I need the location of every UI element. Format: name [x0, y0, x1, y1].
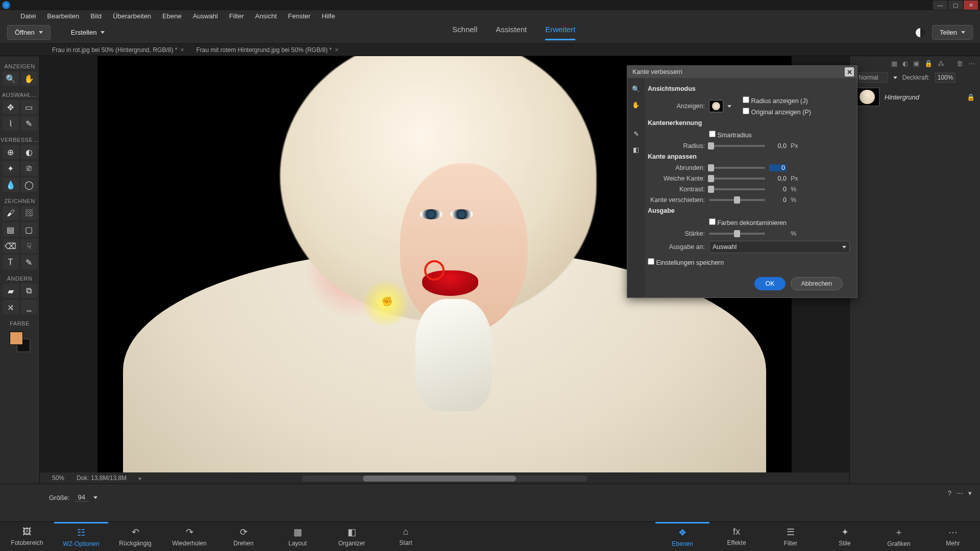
bb-home[interactable]: ⌂Start: [379, 522, 433, 551]
refine-brush-tool[interactable]: ✎: [633, 130, 639, 138]
tab-erweitert[interactable]: Erweitert: [545, 25, 575, 40]
close-icon[interactable]: ×: [335, 46, 338, 54]
bb-stile[interactable]: ✦Stile: [818, 522, 872, 551]
bb-mehr[interactable]: ⋯Mehr: [926, 522, 980, 551]
sponge-tool[interactable]: ◯: [21, 178, 37, 192]
radius-value[interactable]: 0,0: [769, 142, 787, 149]
quick-select-tool[interactable]: ✎: [21, 116, 37, 131]
menu-bearbeiten[interactable]: Bearbeiten: [47, 12, 79, 20]
window-maximize-button[interactable]: ▢: [948, 1, 963, 10]
ok-button[interactable]: OK: [754, 277, 785, 290]
bb-wz-optionen[interactable]: ☷WZ-Optionen: [54, 522, 108, 551]
gradient-tool[interactable]: ▤: [3, 222, 19, 237]
adjustment-icon[interactable]: ◐: [902, 60, 908, 67]
window-close-button[interactable]: ✕: [964, 1, 978, 10]
pencil-tool[interactable]: ✎: [21, 255, 37, 269]
show-radius-checkbox[interactable]: Radius anzeigen (J): [743, 96, 811, 105]
hand-tool[interactable]: ✋: [21, 71, 37, 86]
trash-icon[interactable]: 🗑: [957, 60, 963, 67]
bb-organizer[interactable]: ◧Organizer: [325, 522, 379, 551]
menu-auswahl[interactable]: Auswahl: [193, 12, 218, 20]
smart-radius-checkbox[interactable]: Smartradius: [709, 131, 752, 139]
tab-schnell[interactable]: Schnell: [452, 25, 477, 40]
zoom-tool[interactable]: 🔍: [3, 71, 19, 86]
smudge-tool[interactable]: ☟: [21, 239, 37, 253]
menu-ansicht[interactable]: Ansicht: [255, 12, 277, 20]
help-icon[interactable]: ?: [948, 489, 951, 497]
text-tool[interactable]: T: [3, 255, 19, 269]
horizontal-scrollbar[interactable]: [302, 475, 587, 482]
close-icon[interactable]: ×: [180, 46, 184, 54]
cancel-button[interactable]: Abbrechen: [791, 277, 843, 290]
healing-brush-tool[interactable]: ✦: [3, 161, 19, 176]
smooth-value[interactable]: 0: [769, 164, 787, 171]
move-tool[interactable]: ✥: [3, 100, 19, 114]
new-layer-icon[interactable]: ▦: [891, 60, 897, 67]
dialog-titlebar[interactable]: Kante verbessern ✕: [627, 66, 857, 78]
brush-tool[interactable]: 🖌: [3, 206, 19, 220]
dialog-close-button[interactable]: ✕: [845, 67, 854, 77]
bb-rotate[interactable]: ⟳Drehen: [216, 522, 271, 551]
chevron-right-icon[interactable]: ▸: [139, 474, 142, 482]
shift-slider[interactable]: [709, 199, 765, 201]
share-button[interactable]: Teilen: [932, 25, 973, 40]
crop-tool[interactable]: ▰: [3, 284, 19, 298]
dialog-zoom-tool[interactable]: 🔍: [632, 85, 640, 93]
layer-lock-icon[interactable]: 🔒: [967, 93, 975, 101]
spot-heal-tool[interactable]: ◐: [21, 145, 37, 159]
menu-ebene[interactable]: Ebene: [162, 12, 182, 20]
bb-undo[interactable]: ↶Rückgängig: [108, 522, 162, 551]
view-mode-picker[interactable]: [709, 100, 723, 112]
document-tab[interactable]: Frau in rot.jpg bei 50% (Hintergrund, RG…: [46, 46, 190, 54]
blend-mode-select[interactable]: Normal: [855, 72, 888, 83]
theme-toggle-icon[interactable]: [916, 28, 925, 37]
bb-ebenen[interactable]: ❖Ebenen: [655, 522, 709, 551]
shape-tool[interactable]: ▢: [21, 222, 37, 237]
smooth-slider[interactable]: [709, 167, 765, 169]
remember-settings-checkbox[interactable]: Einstellungen speichern: [648, 258, 724, 266]
bb-grafiken[interactable]: ＋Grafiken: [872, 522, 926, 551]
bb-redo[interactable]: ↷Wiederholen: [162, 522, 216, 551]
lasso-tool[interactable]: ⌇: [3, 116, 19, 131]
bb-filter[interactable]: ☰Filter: [764, 522, 818, 551]
chevron-down-icon[interactable]: [93, 496, 97, 499]
foreground-color-swatch[interactable]: [10, 332, 23, 345]
scrollbar-thumb[interactable]: [363, 475, 516, 482]
output-to-select[interactable]: Auswahl: [709, 241, 850, 253]
redeye-tool[interactable]: ⊕: [3, 145, 19, 159]
menu-ueberarbeiten[interactable]: Überarbeiten: [113, 12, 151, 20]
color-swatches[interactable]: [10, 332, 30, 352]
bb-layout[interactable]: ▦Layout: [271, 522, 325, 551]
lock-icon[interactable]: 🔒: [924, 60, 933, 67]
contrast-value[interactable]: 0: [769, 186, 787, 193]
decontaminate-checkbox[interactable]: Farben dekontaminieren: [709, 218, 787, 227]
create-button[interactable]: Erstellen: [64, 26, 112, 39]
marquee-tool[interactable]: ▭: [21, 100, 37, 114]
bb-effekte[interactable]: fxEffekte: [709, 522, 764, 551]
menu-hilfe[interactable]: Hilfe: [322, 12, 335, 20]
clone-stamp-tool[interactable]: ⎚: [21, 161, 37, 176]
fx-icon[interactable]: ⁂: [938, 60, 944, 67]
shift-value[interactable]: 0: [769, 196, 787, 204]
menu-bild[interactable]: Bild: [90, 12, 102, 20]
radius-slider[interactable]: [709, 145, 765, 147]
opacity-value[interactable]: 100%: [935, 72, 956, 83]
blur-tool[interactable]: 💧: [3, 178, 19, 192]
recompose-tool[interactable]: ⧉: [21, 284, 37, 298]
erase-refine-tool[interactable]: ◧: [633, 146, 639, 154]
paint-bucket-tool[interactable]: ⛆: [21, 206, 37, 220]
more-icon[interactable]: ⋯: [957, 489, 963, 497]
straighten-tool[interactable]: ⎯: [21, 300, 37, 314]
show-original-checkbox[interactable]: Original anzeigen (P): [743, 108, 811, 116]
layer-row[interactable]: Hintergrund 🔒: [850, 85, 980, 109]
window-minimize-button[interactable]: —: [933, 1, 947, 10]
tab-assistent[interactable]: Assistent: [496, 25, 527, 40]
panel-menu-icon[interactable]: ⋯: [968, 60, 975, 67]
dialog-hand-tool[interactable]: ✋: [632, 101, 640, 109]
mask-icon[interactable]: ▣: [913, 60, 919, 67]
menu-datei[interactable]: Datei: [20, 12, 36, 20]
open-button[interactable]: Öffnen: [7, 25, 51, 40]
contrast-slider[interactable]: [709, 188, 765, 190]
content-move-tool[interactable]: ⤨: [3, 300, 19, 314]
collapse-icon[interactable]: ▾: [968, 489, 972, 497]
